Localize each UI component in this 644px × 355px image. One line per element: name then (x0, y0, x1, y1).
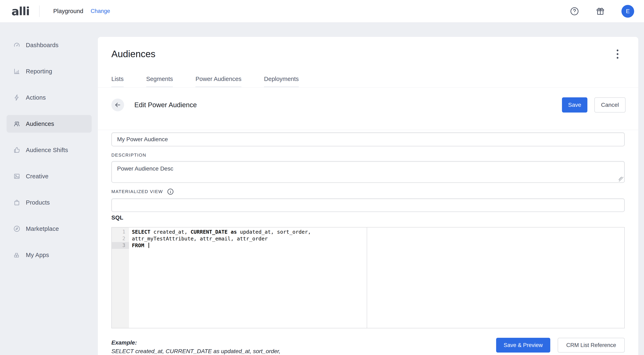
sidebar-item-reporting[interactable]: Reporting (6, 62, 92, 80)
workspace-name: Playground (53, 8, 83, 14)
people-icon (13, 120, 20, 127)
example-sql-line: SELECT created_at, CURRENT_DATE as updat… (111, 348, 280, 355)
sidebar-item-label: My Apps (26, 252, 49, 259)
sql-code[interactable]: SELECT created_at, CURRENT_DATE as updat… (129, 228, 624, 249)
tab-lists[interactable]: Lists (111, 72, 124, 87)
sidebar-item-label: Products (26, 199, 50, 206)
topbar-divider (39, 5, 40, 17)
gift-icon[interactable] (596, 6, 605, 16)
sidebar: Dashboards Reporting Actions Audiences A… (0, 22, 98, 355)
kebab-menu-icon[interactable] (612, 48, 623, 60)
description-label: DESCRIPTION (111, 152, 146, 158)
image-icon (13, 173, 20, 180)
lightning-icon (13, 94, 20, 101)
sql-line-2: attr_myTestAttribute, attr_email, attr_o… (132, 235, 624, 242)
sql-line-3: FROM (132, 242, 624, 249)
materialized-view-input[interactable] (111, 198, 625, 212)
compass-icon (13, 225, 20, 232)
sidebar-item-my-apps[interactable]: My Apps (6, 246, 92, 264)
description-field-wrap: Power Audience Desc (111, 161, 625, 183)
blocks-icon (13, 251, 20, 259)
editor-divider (367, 228, 367, 328)
help-icon[interactable] (570, 6, 579, 16)
topbar-right: E (570, 5, 644, 18)
tab-power-audiences[interactable]: Power Audiences (196, 72, 242, 87)
avatar[interactable]: E (622, 5, 634, 18)
shopping-bag-icon (13, 199, 20, 206)
arrow-left-icon (114, 102, 121, 108)
tab-deployments[interactable]: Deployments (264, 72, 298, 87)
back-button[interactable] (111, 99, 124, 111)
save-button[interactable]: Save (562, 97, 588, 112)
description-textarea[interactable]: Power Audience Desc (111, 161, 625, 183)
save-preview-button[interactable]: Save & Preview (496, 338, 550, 353)
example-title: Example: (111, 340, 137, 346)
crm-list-reference-button[interactable]: CRM List Reference (558, 338, 625, 353)
info-icon[interactable] (167, 188, 174, 195)
edit-toolbar: Edit Power Audience Save Cancel (98, 87, 638, 130)
sidebar-item-creative[interactable]: Creative (6, 167, 92, 185)
editor-gutter: 1 2 3 (112, 228, 129, 328)
materialized-view-label-row: MATERIALIZED VIEW (111, 188, 174, 195)
sql-editor[interactable]: 1 2 3 SELECT created_at, CURRENT_DATE as… (111, 227, 625, 328)
sidebar-item-actions[interactable]: Actions (6, 89, 92, 106)
tab-segments[interactable]: Segments (146, 72, 173, 87)
change-workspace-link[interactable]: Change (91, 8, 110, 14)
top-bar: alli Playground Change E (0, 0, 644, 22)
page-title: Audiences (111, 48, 156, 59)
gauge-icon (13, 41, 20, 49)
sidebar-item-label: Dashboards (26, 42, 58, 48)
toolbar-actions: Save Cancel (562, 97, 626, 112)
sidebar-item-label: Reporting (26, 68, 52, 75)
sidebar-item-audience-shifts[interactable]: Audience Shifts (6, 141, 92, 159)
sidebar-item-dashboards[interactable]: Dashboards (6, 36, 92, 54)
sidebar-item-label: Actions (26, 94, 46, 101)
materialized-view-label: MATERIALIZED VIEW (111, 189, 163, 194)
tab-bar: Lists Segments Power Audiences Deploymen… (98, 72, 638, 87)
sql-label: SQL (111, 214, 123, 221)
edit-title: Edit Power Audience (134, 101, 197, 109)
sidebar-item-label: Audiences (26, 120, 54, 127)
main-card: Audiences Lists Segments Power Audiences… (98, 37, 638, 355)
sidebar-item-label: Creative (26, 173, 48, 180)
sidebar-item-label: Audience Shifts (26, 147, 68, 154)
audience-name-input[interactable] (111, 132, 625, 146)
sidebar-item-audiences[interactable]: Audiences (6, 115, 92, 133)
textarea-resize-handle[interactable] (619, 177, 623, 181)
sidebar-item-label: Marketplace (26, 225, 59, 232)
line-number: 1 (112, 229, 129, 235)
sidebar-item-products[interactable]: Products (6, 194, 92, 211)
line-number-active: 3 (112, 242, 129, 249)
bar-chart-icon (13, 68, 20, 75)
thumbs-up-icon (13, 146, 20, 154)
line-number: 2 (112, 235, 129, 242)
sidebar-item-marketplace[interactable]: Marketplace (6, 220, 92, 238)
cancel-button[interactable]: Cancel (594, 97, 626, 112)
sql-line-1: SELECT created_at, CURRENT_DATE as updat… (132, 229, 624, 235)
alli-logo[interactable]: alli (12, 4, 29, 18)
text-cursor (148, 243, 149, 248)
